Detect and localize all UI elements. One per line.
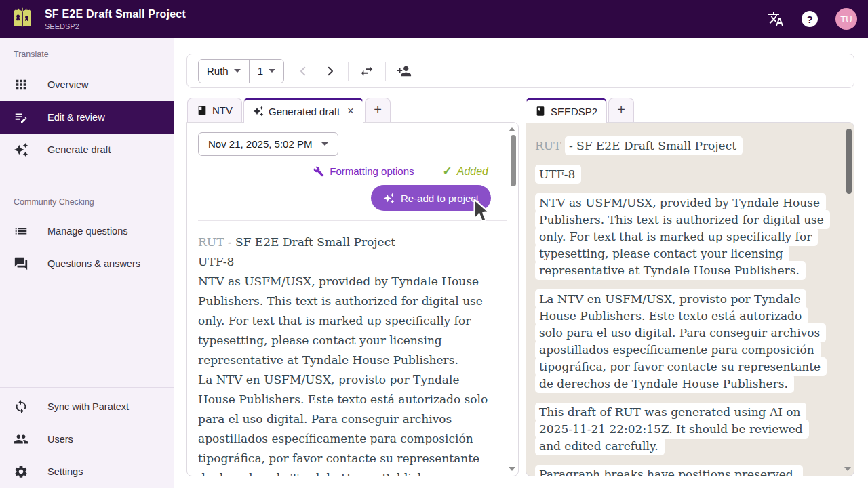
- tab-ntv[interactable]: NTV: [187, 98, 242, 122]
- edit-note-icon: [14, 110, 28, 125]
- id-line-text: - SF E2E Draft Small Project: [224, 235, 395, 249]
- paragraph-en: NTV as USFM/USX, provided by Tyndale Hou…: [535, 195, 827, 279]
- chevron-down-icon: [321, 142, 328, 146]
- id-line: RUT - SF E2E Draft Small Project: [198, 232, 491, 252]
- paragraph-es: La NTV en USFM/USX, provisto por Tyndale…: [535, 291, 827, 392]
- tab-seedsp2[interactable]: SEEDSP2: [526, 98, 607, 123]
- tab-label: SEEDSP2: [551, 106, 597, 117]
- draft-date-select[interactable]: Nov 21, 2025, 5:02 PM: [198, 132, 338, 156]
- draft-text[interactable]: RUT - SF E2E Draft Small Project UTF-8 N…: [187, 221, 518, 476]
- book-icon: [535, 106, 546, 117]
- paragraph-en: NTV as USFM/USX, provided by Tyndale Hou…: [198, 272, 491, 370]
- sidebar-section-translate: Translate: [0, 49, 174, 59]
- forum-chat-icon: [14, 256, 28, 271]
- sidebar-item-questions-answers[interactable]: Questions & answers: [0, 247, 174, 280]
- sidebar-item-overview[interactable]: Overview: [0, 68, 174, 101]
- tab-label: Generated draft: [269, 106, 340, 117]
- sidebar-item-users[interactable]: Users: [0, 423, 174, 455]
- people-icon: [14, 432, 28, 447]
- text-segment: La NTV en USFM/USX, provisto por Tyndale…: [535, 289, 827, 393]
- tab-label: NTV: [212, 104, 233, 116]
- scrollbar[interactable]: [508, 123, 518, 476]
- top-app-bar: SF E2E Draft Small Project SEEDSP2 ? TU: [0, 0, 868, 38]
- draft-header: Nov 21, 2025, 5:02 PM Formatting options…: [187, 123, 518, 221]
- divider: [385, 62, 386, 81]
- text-segment: This draft of RUT was generated using AI…: [535, 403, 809, 455]
- divider: [0, 387, 174, 388]
- check-icon: ✓: [442, 164, 452, 178]
- project-text-pane: RUT - SF E2E Draft Small Project UTF-8 N…: [526, 122, 854, 476]
- encoding-line: UTF-8: [198, 252, 491, 272]
- sidebar-item-label: Manage questions: [47, 226, 128, 237]
- id-line: RUT - SF E2E Draft Small Project: [535, 138, 827, 155]
- generated-draft-pane: Nov 21, 2025, 5:02 PM Formatting options…: [186, 122, 519, 476]
- chapter-toolbar: Ruth 1: [186, 54, 854, 88]
- book-select[interactable]: Ruth: [199, 60, 249, 83]
- app-logo-icon: [11, 5, 35, 33]
- sidebar: Translate Overview Edit & review Generat…: [0, 38, 174, 488]
- add-tab-button[interactable]: +: [608, 98, 634, 122]
- sidebar-item-sync-paratext[interactable]: Sync with Paratext: [0, 390, 174, 423]
- text-segment: NTV as USFM/USX, provided by Tyndale Hou…: [535, 193, 830, 280]
- status-badge-added: ✓ Added: [442, 164, 488, 178]
- add-tab-button[interactable]: +: [365, 98, 391, 122]
- sidebar-item-label: Sync with Paratext: [47, 401, 129, 412]
- scroll-down-icon[interactable]: [844, 467, 851, 471]
- sidebar-item-generate-draft[interactable]: Generate draft: [0, 134, 174, 166]
- scroll-up-icon[interactable]: [509, 127, 515, 131]
- paragraph-es: La NTV en USFM/USX, provisto por Tyndale…: [198, 370, 491, 476]
- encoding-line: UTF-8: [535, 166, 827, 183]
- page-title: SF E2E Draft Small Project: [45, 8, 186, 20]
- scrollbar-thumb[interactable]: [511, 135, 516, 186]
- add-collaborator-icon[interactable]: [390, 58, 418, 85]
- sparkle-icon: [14, 142, 28, 157]
- sidebar-item-label: Questions & answers: [47, 258, 140, 269]
- sparkle-icon: [253, 106, 264, 117]
- scroll-down-icon[interactable]: [509, 467, 515, 471]
- close-icon[interactable]: ×: [347, 104, 354, 118]
- sidebar-section-community-checking: Community Checking: [0, 197, 174, 207]
- project-shortname: SEEDSP2: [45, 22, 186, 30]
- sidebar-item-settings[interactable]: Settings: [0, 455, 174, 488]
- chevron-down-icon: [269, 69, 275, 73]
- sidebar-footer: Sync with Paratext Users Settings: [0, 387, 174, 488]
- right-pane-tabstrip: SEEDSP2 +: [526, 98, 635, 122]
- sidebar-item-label: Settings: [47, 466, 83, 477]
- tab-generated-draft[interactable]: Generated draft ×: [243, 98, 363, 123]
- added-label: Added: [457, 165, 488, 178]
- left-pane-tabstrip: NTV Generated draft × +: [187, 98, 392, 122]
- chevron-down-icon: [234, 69, 241, 73]
- sparkle-icon: [383, 192, 395, 204]
- scrollbar[interactable]: [844, 123, 854, 476]
- paragraph-ai-note: This draft of RUT was generated using AI…: [535, 404, 827, 455]
- language-translate-icon[interactable]: [768, 11, 784, 27]
- chapter-select-value: 1: [258, 65, 263, 77]
- sidebar-item-manage-questions[interactable]: Manage questions: [0, 215, 174, 247]
- book-select-value: Ruth: [207, 65, 229, 77]
- draft-date-value: Nov 21, 2025, 5:02 PM: [208, 138, 312, 150]
- text-segment: Paragraph breaks have positions preserve…: [535, 465, 803, 476]
- wrench-icon: [313, 166, 324, 177]
- chapter-select[interactable]: 1: [250, 60, 283, 83]
- book-code: RUT: [198, 235, 224, 249]
- list-icon: [14, 224, 28, 239]
- sidebar-item-edit-review[interactable]: Edit & review: [0, 101, 174, 134]
- text-segment: UTF-8: [535, 165, 581, 184]
- readd-to-project-button[interactable]: Re-add to project: [371, 185, 491, 211]
- divider: [348, 62, 349, 81]
- project-text[interactable]: RUT - SF E2E Draft Small Project UTF-8 N…: [526, 123, 854, 476]
- book-icon: [197, 105, 208, 116]
- swap-panes-icon[interactable]: [353, 58, 381, 85]
- readd-button-label: Re-add to project: [401, 192, 479, 204]
- formatting-options-label: Formatting options: [330, 165, 414, 177]
- help-icon[interactable]: ?: [802, 11, 818, 27]
- sidebar-item-label: Overview: [47, 79, 88, 90]
- sidebar-item-label: Users: [47, 434, 73, 445]
- gear-icon: [14, 464, 28, 479]
- avatar[interactable]: TU: [835, 8, 857, 30]
- scrollbar-thumb[interactable]: [846, 129, 852, 194]
- previous-chapter-button[interactable]: [290, 58, 317, 85]
- formatting-options-link[interactable]: Formatting options: [313, 165, 414, 177]
- next-chapter-button[interactable]: [317, 58, 344, 85]
- sidebar-item-label: Generate draft: [47, 144, 111, 155]
